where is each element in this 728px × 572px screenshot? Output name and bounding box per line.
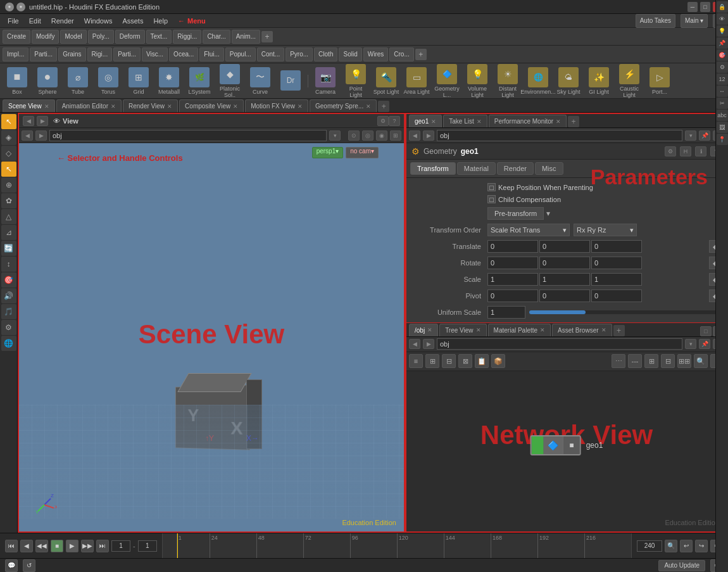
- shelf-dr[interactable]: Dr: [276, 69, 305, 93]
- timeline-end-frame[interactable]: [637, 540, 662, 552]
- tab-performance[interactable]: Performance Monitor ✕: [489, 115, 567, 127]
- sidebar-btn-12[interactable]: 🎵: [1, 304, 16, 319]
- shelf-geometry-light[interactable]: 🔷 Geometry L...: [432, 63, 461, 99]
- sidebar-btn-2[interactable]: ◇: [1, 146, 16, 161]
- shelf-sphere[interactable]: ● Sphere: [33, 66, 62, 96]
- network-node-geo1[interactable]: 🔷 ■ geo1: [530, 435, 603, 455]
- net-tb-11[interactable]: ⊞⊞: [677, 354, 691, 368]
- net-tb-2[interactable]: ⊞: [425, 354, 439, 368]
- network-path[interactable]: obj: [437, 338, 682, 350]
- timeline-first[interactable]: ⏮: [5, 540, 18, 552]
- net-tb-6[interactable]: 📦: [491, 354, 505, 368]
- shelf-platonic[interactable]: ◆ Platonic Sol..: [215, 63, 244, 99]
- shelf-tube[interactable]: ⌀ Tube: [63, 66, 92, 96]
- tab-render-close[interactable]: ✕: [167, 103, 172, 110]
- net-tb-1[interactable]: ≡: [409, 354, 423, 368]
- tb-impl[interactable]: Impl...: [3, 48, 28, 61]
- tab-scene-close[interactable]: ✕: [44, 103, 49, 110]
- scene-rt-9[interactable]: ✂: [717, 98, 728, 109]
- toolbar1-plus[interactable]: +: [261, 31, 273, 42]
- scene-rt-1[interactable]: 🔒: [717, 1, 728, 13]
- shelf-point-light[interactable]: 💡 Point Light: [341, 63, 370, 99]
- tab-misc[interactable]: Misc: [535, 162, 563, 175]
- shelf-distant-light[interactable]: ☀ Distant Light: [493, 63, 522, 99]
- tab-geo-spr-close[interactable]: ✕: [366, 103, 371, 110]
- sidebar-btn-11[interactable]: 🔊: [1, 288, 16, 303]
- timeline-play[interactable]: ▶: [66, 540, 78, 552]
- tab-render-view[interactable]: Render View ✕: [123, 99, 178, 112]
- net-path-expand[interactable]: ▾: [685, 339, 696, 349]
- shelf-environment[interactable]: 🌐 Environmen...: [524, 66, 553, 96]
- shelf-camera[interactable]: 📷 Camera: [311, 66, 340, 96]
- sidebar-btn-6[interactable]: △: [1, 209, 16, 224]
- scene-path-input[interactable]: obj: [49, 130, 327, 141]
- tab-material-close[interactable]: ✕: [540, 327, 545, 333]
- shelf-gi-light[interactable]: ✨ GI Light: [584, 66, 613, 96]
- shelf-area-light[interactable]: ▭ Area Light: [402, 66, 431, 96]
- tab-take-list-close[interactable]: ✕: [477, 118, 482, 125]
- tab-tree-close[interactable]: ✕: [476, 327, 481, 333]
- scale-z-input[interactable]: [591, 273, 642, 286]
- geo-h[interactable]: H: [680, 146, 691, 156]
- sidebar-btn-5[interactable]: ✿: [1, 193, 16, 208]
- scale-x-input[interactable]: [487, 273, 538, 286]
- net-tb-4[interactable]: ⊠: [458, 354, 472, 368]
- tb-cloth[interactable]: Cloth: [314, 48, 337, 61]
- sidebar-btn-4[interactable]: ⊕: [1, 177, 16, 193]
- shelf-caustic-light[interactable]: ⚡ Caustic Light: [615, 63, 644, 99]
- tab-material[interactable]: Material: [457, 162, 496, 175]
- rotate-x-input[interactable]: [487, 257, 538, 269]
- sidebar-btn-3[interactable]: ↖: [1, 162, 16, 177]
- params-pin[interactable]: 📌: [699, 130, 710, 141]
- persp-button[interactable]: persp1▾: [312, 147, 344, 158]
- tb-parti[interactable]: Parti...: [30, 48, 57, 61]
- tb-wires[interactable]: Wires: [363, 48, 389, 61]
- pivot-z-input[interactable]: [591, 289, 642, 302]
- scene-settings[interactable]: ⚙: [377, 116, 389, 126]
- child-comp-checkbox[interactable]: □: [487, 195, 496, 203]
- tab-geo1[interactable]: geo1 ✕: [409, 115, 442, 127]
- scene-cam1[interactable]: ⊙: [348, 130, 360, 141]
- tab-asset-close[interactable]: ✕: [601, 327, 606, 333]
- tb-model[interactable]: Model: [60, 30, 86, 44]
- scene-rt-4[interactable]: 📌: [717, 37, 728, 49]
- auto-update-button[interactable]: Auto Update: [658, 560, 705, 571]
- tb-poly[interactable]: Poly...: [88, 30, 114, 44]
- scene-rt-8[interactable]: ↔: [717, 86, 728, 97]
- network-viewport[interactable]: Network View 🔷 ■ geo1 Education Edition: [406, 371, 727, 532]
- net-panel-btn1[interactable]: □: [700, 326, 712, 336]
- pivot-x-input[interactable]: [487, 289, 538, 302]
- tab-animation-editor[interactable]: Animation Editor ✕: [56, 99, 122, 112]
- scene-tab-add[interactable]: +: [378, 101, 389, 112]
- scene-back-btn[interactable]: ◀: [23, 116, 34, 126]
- params-tab-add[interactable]: +: [568, 116, 579, 127]
- tab-asset-browser[interactable]: Asset Browser ✕: [552, 324, 612, 336]
- shelf-sky-light[interactable]: 🌤 Sky Light: [554, 66, 583, 96]
- tab-composite-view[interactable]: Composite View ✕: [179, 99, 244, 112]
- tab-material-palette[interactable]: Material Palette ✕: [488, 324, 551, 336]
- tab-tree-view[interactable]: Tree View ✕: [439, 324, 486, 336]
- uniform-scale-slider[interactable]: [529, 310, 718, 314]
- timeline-frame-input[interactable]: [111, 540, 130, 552]
- scene-rt-12[interactable]: 📍: [717, 134, 728, 145]
- shelf-curve[interactable]: 〜 Curve: [246, 66, 275, 96]
- status-chat-icon[interactable]: 💬: [5, 559, 18, 572]
- toolbar2-plus[interactable]: +: [415, 49, 427, 60]
- tb-cro[interactable]: Cro...: [389, 48, 413, 61]
- shelf-volume-light[interactable]: 💡 Volume Light: [463, 63, 492, 99]
- scene-fwd-btn[interactable]: ▶: [37, 116, 48, 126]
- tab-performance-close[interactable]: ✕: [556, 118, 561, 125]
- tb-deform[interactable]: Deform: [115, 30, 145, 44]
- scene-path-expand[interactable]: ▾: [329, 130, 341, 141]
- tab-motion-close[interactable]: ✕: [298, 103, 303, 110]
- keep-position-checkbox[interactable]: □: [487, 183, 496, 191]
- geo-settings[interactable]: ⚙: [665, 146, 676, 156]
- shelf-lsystem[interactable]: 🌿 LSystem: [185, 66, 214, 96]
- translate-y-input[interactable]: [539, 240, 590, 253]
- main-button[interactable]: Main ▾: [681, 14, 708, 28]
- sidebar-select[interactable]: ↖: [1, 114, 16, 129]
- timeline-last[interactable]: ⏭: [96, 540, 109, 552]
- tab-composite-close[interactable]: ✕: [233, 103, 238, 110]
- shelf-spot-light[interactable]: 🔦 Spot Light: [372, 66, 401, 96]
- tb-pyro[interactable]: Pyro...: [286, 48, 313, 61]
